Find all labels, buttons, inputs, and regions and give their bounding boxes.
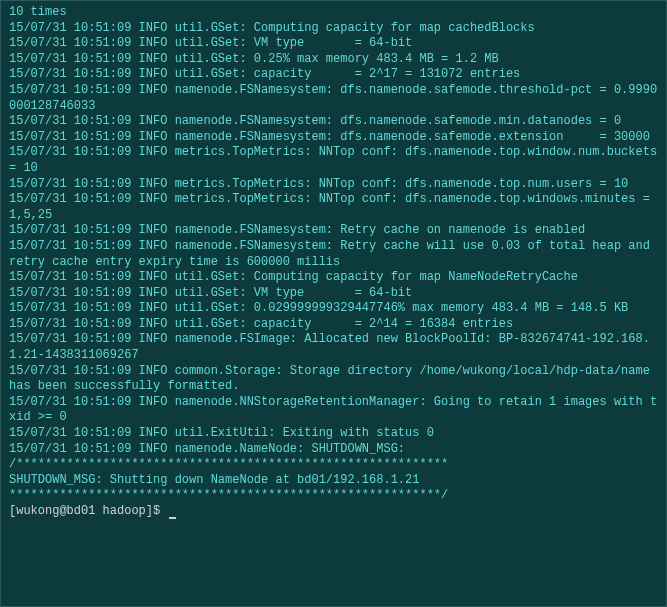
cursor-icon [169, 517, 176, 519]
log-line: 15/07/31 10:51:09 INFO metrics.TopMetric… [9, 145, 658, 176]
log-line: SHUTDOWN_MSG: Shutting down NameNode at … [9, 473, 658, 489]
log-line: 15/07/31 10:51:09 INFO namenode.NameNode… [9, 442, 658, 458]
log-line: 15/07/31 10:51:09 INFO namenode.FSNamesy… [9, 130, 658, 146]
log-line: 15/07/31 10:51:09 INFO namenode.FSNamesy… [9, 223, 658, 239]
log-line: 15/07/31 10:51:09 INFO namenode.FSNamesy… [9, 239, 658, 270]
log-line: 15/07/31 10:51:09 INFO util.GSet: 0.0299… [9, 301, 658, 317]
shell-prompt[interactable]: [wukong@bd01 hadoop]$ [9, 504, 658, 520]
log-line: 15/07/31 10:51:09 INFO common.Storage: S… [9, 364, 658, 395]
log-line: 15/07/31 10:51:09 INFO metrics.TopMetric… [9, 192, 658, 223]
log-line: 15/07/31 10:51:09 INFO util.GSet: VM typ… [9, 36, 658, 52]
prompt-text: [wukong@bd01 hadoop]$ [9, 504, 167, 518]
log-line: 15/07/31 10:51:09 INFO metrics.TopMetric… [9, 177, 658, 193]
log-line: 10 times [9, 5, 658, 21]
log-line: 15/07/31 10:51:09 INFO namenode.FSNamesy… [9, 114, 658, 130]
log-line: 15/07/31 10:51:09 INFO util.GSet: 0.25% … [9, 52, 658, 68]
log-line: 15/07/31 10:51:09 INFO util.GSet: VM typ… [9, 286, 658, 302]
terminal-output[interactable]: 10 times 15/07/31 10:51:09 INFO util.GSe… [9, 5, 658, 520]
log-line: 15/07/31 10:51:09 INFO util.GSet: Comput… [9, 21, 658, 37]
log-line: 15/07/31 10:51:09 INFO util.GSet: capaci… [9, 317, 658, 333]
log-line: ****************************************… [9, 488, 658, 504]
log-line: 15/07/31 10:51:09 INFO util.ExitUtil: Ex… [9, 426, 658, 442]
log-line: 15/07/31 10:51:09 INFO util.GSet: Comput… [9, 270, 658, 286]
log-line: 15/07/31 10:51:09 INFO namenode.NNStorag… [9, 395, 658, 426]
log-line: 15/07/31 10:51:09 INFO namenode.FSNamesy… [9, 83, 658, 114]
log-line: /***************************************… [9, 457, 658, 473]
log-line: 15/07/31 10:51:09 INFO util.GSet: capaci… [9, 67, 658, 83]
log-line: 15/07/31 10:51:09 INFO namenode.FSImage:… [9, 332, 658, 363]
